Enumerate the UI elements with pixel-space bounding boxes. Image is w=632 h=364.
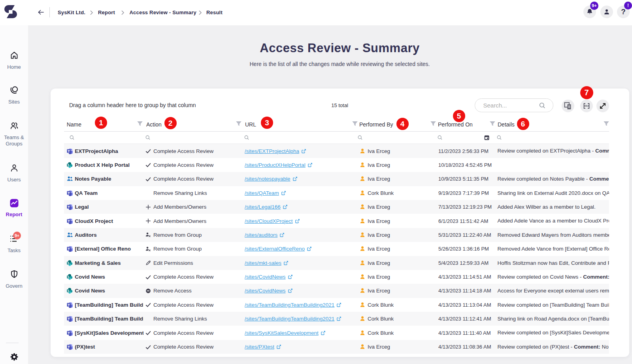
- svg-text:xlsx: xlsx: [584, 104, 589, 107]
